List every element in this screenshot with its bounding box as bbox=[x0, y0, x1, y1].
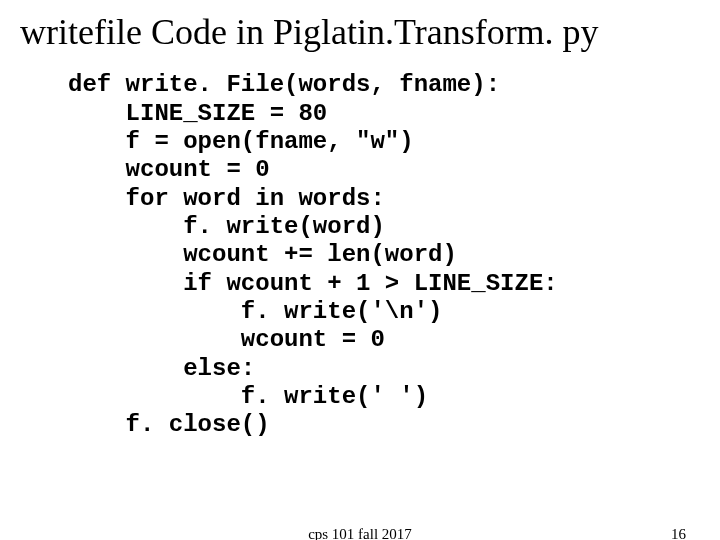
code-line: LINE_SIZE = 80 bbox=[68, 100, 327, 127]
code-line: f. write(word) bbox=[68, 213, 385, 240]
code-line: else: bbox=[68, 355, 255, 382]
code-line: f. close() bbox=[68, 411, 270, 438]
code-line: f. write(' ') bbox=[68, 383, 428, 410]
code-line: if wcount + 1 > LINE_SIZE: bbox=[68, 270, 558, 297]
code-line: f. write('\n') bbox=[68, 298, 442, 325]
slide: writefile Code in Piglatin.Transform. py… bbox=[0, 0, 720, 540]
code-block: def write. File(words, fname): LINE_SIZE… bbox=[68, 71, 700, 439]
footer-course: cps 101 fall 2017 bbox=[0, 526, 720, 540]
slide-title: writefile Code in Piglatin.Transform. py bbox=[20, 12, 700, 53]
footer-page-number: 16 bbox=[671, 526, 686, 540]
code-line: wcount = 0 bbox=[68, 156, 270, 183]
code-line: wcount += len(word) bbox=[68, 241, 457, 268]
code-line: f = open(fname, "w") bbox=[68, 128, 414, 155]
code-line: def write. File(words, fname): bbox=[68, 71, 500, 98]
code-line: wcount = 0 bbox=[68, 326, 385, 353]
code-line: for word in words: bbox=[68, 185, 385, 212]
